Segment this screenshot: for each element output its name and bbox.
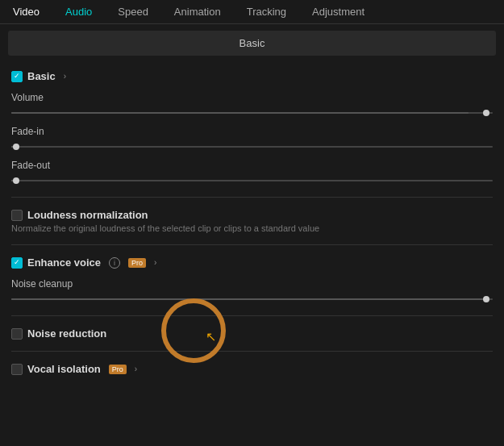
noise-cleanup-track — [11, 298, 493, 300]
loudness-checkbox[interactable] — [11, 210, 23, 221]
fadeout-slider[interactable] — [11, 176, 493, 185]
volume-track — [11, 112, 493, 114]
fadein-thumb[interactable] — [13, 144, 19, 150]
enhance-arrow-icon[interactable]: › — [154, 258, 156, 267]
tab-speed[interactable]: Speed — [105, 0, 161, 23]
fadein-track — [11, 146, 493, 148]
tab-animation[interactable]: Animation — [161, 0, 234, 23]
vocal-isolation-arrow-icon[interactable]: › — [135, 365, 137, 373]
basic-section-title: Basic › — [11, 70, 493, 82]
noise-reduction-wrap[interactable]: Noise reduction — [11, 327, 493, 340]
nav-tabs: Video Audio Speed Animation Tracking Adj… — [0, 0, 504, 24]
noise-reduction-section: Noise reduction — [11, 327, 493, 340]
noise-cleanup-thumb[interactable] — [483, 296, 489, 302]
loudness-section: Loudness normalization Normalize the ori… — [11, 209, 493, 233]
basic-checkbox-wrap[interactable]: Basic › — [11, 70, 66, 82]
fadeout-section: Fade-out — [11, 160, 493, 185]
enhance-checkbox[interactable] — [11, 257, 23, 269]
tab-video[interactable]: Video — [0, 0, 52, 23]
loudness-checkbox-wrap[interactable]: Loudness normalization — [11, 209, 493, 221]
vocal-isolation-wrap[interactable]: Vocal isolation Pro › — [11, 363, 493, 375]
vocal-isolation-badge: Pro — [109, 365, 127, 374]
noise-cleanup-label: Noise cleanup — [11, 278, 493, 290]
fadeout-thumb[interactable] — [13, 177, 19, 184]
enhance-voice-title: Enhance voice i Pro › — [11, 256, 493, 269]
volume-fill — [11, 112, 469, 114]
loudness-description: Normalize the original loudness of the s… — [11, 223, 493, 233]
noise-reduction-checkbox[interactable] — [11, 328, 23, 340]
section-header-label: Basic — [240, 37, 265, 49]
vocal-isolation-section: Vocal isolation Pro › — [11, 363, 493, 375]
vocal-isolation-label: Vocal isolation — [27, 363, 101, 375]
fadein-slider[interactable] — [11, 142, 493, 152]
fadeout-track — [11, 180, 493, 181]
volume-section: Volume — [11, 92, 493, 118]
main-content: Basic › Volume Fade-in — [0, 62, 504, 386]
section-header-bar: Basic — [8, 31, 496, 56]
separator-2 — [11, 244, 493, 245]
fadeout-label: Fade-out — [11, 160, 493, 171]
fadein-section: Fade-in — [11, 126, 493, 152]
volume-slider[interactable] — [11, 108, 493, 118]
loudness-label: Loudness normalization — [27, 209, 148, 221]
fadein-label: Fade-in — [11, 126, 493, 137]
enhance-checkbox-wrap[interactable]: Enhance voice i Pro › — [11, 256, 156, 269]
tab-tracking[interactable]: Tracking — [234, 0, 299, 23]
vocal-isolation-checkbox[interactable] — [11, 364, 23, 375]
enhance-badge: Pro — [128, 258, 146, 268]
separator-3 — [11, 315, 493, 316]
enhance-info-icon[interactable]: i — [109, 257, 120, 269]
tab-audio[interactable]: Audio — [52, 0, 105, 23]
noise-cleanup-fill — [11, 298, 483, 300]
basic-arrow-icon[interactable]: › — [64, 72, 66, 81]
separator-4 — [11, 351, 493, 352]
enhance-voice-section: Enhance voice i Pro › Noise cleanup — [11, 256, 493, 304]
separator-1 — [11, 197, 493, 198]
volume-thumb[interactable] — [483, 110, 489, 116]
noise-reduction-label: Noise reduction — [27, 327, 106, 340]
enhance-label: Enhance voice — [27, 256, 101, 269]
volume-label: Volume — [11, 92, 493, 103]
basic-label: Basic — [27, 70, 56, 82]
tab-adjustment[interactable]: Adjustment — [299, 0, 377, 23]
noise-cleanup-section: Noise cleanup — [11, 278, 493, 304]
noise-cleanup-slider[interactable] — [11, 294, 493, 304]
basic-checkbox[interactable] — [11, 71, 23, 82]
